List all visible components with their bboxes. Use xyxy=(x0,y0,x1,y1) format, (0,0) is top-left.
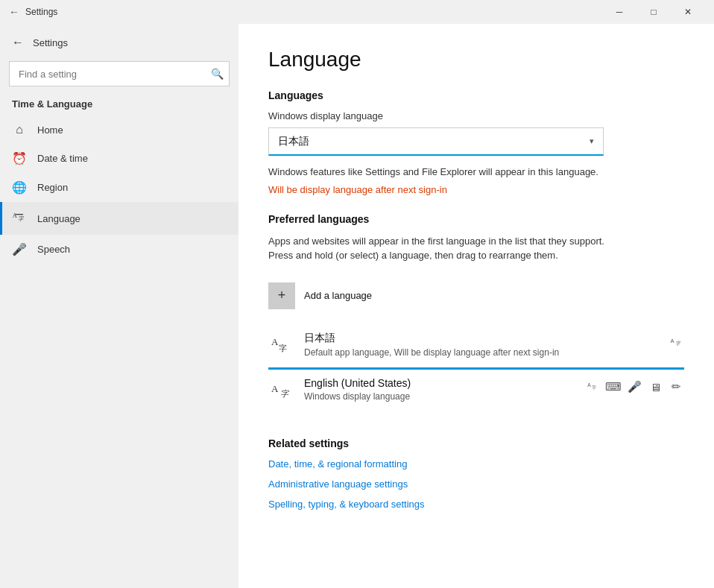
sidebar-back-label: Settings xyxy=(33,37,68,48)
preferred-section: Preferred languages Apps and websites wi… xyxy=(268,213,684,414)
app-title: Settings xyxy=(25,7,602,17)
display-language-dropdown[interactable]: 日本語 ▾ xyxy=(268,127,604,156)
main-content: Language Languages Windows display langu… xyxy=(238,24,714,588)
svg-text:字: 字 xyxy=(280,389,289,398)
add-language-label: Add a language xyxy=(304,290,372,301)
languages-section: Languages Windows display language 日本語 ▾… xyxy=(268,89,684,195)
maximize-button[interactable]: □ xyxy=(636,0,671,24)
svg-text:A: A xyxy=(587,382,591,388)
sidebar-item-home[interactable]: ⌂ Home xyxy=(0,116,238,144)
sidebar-item-home-label: Home xyxy=(37,124,63,136)
language-item-japanese[interactable]: A 字 日本語 Default app language, Will be di… xyxy=(268,324,684,370)
display-language-description: Windows features like Settings and File … xyxy=(268,165,604,180)
microphone-icon: 🎤 xyxy=(12,242,27,256)
svg-text:A: A xyxy=(13,212,17,219)
sidebar-item-language[interactable]: A 字 Language xyxy=(0,202,238,235)
english-font-icon[interactable]: A 字 xyxy=(584,380,601,394)
sidebar-item-datetime-label: Date & time xyxy=(37,153,88,164)
sidebar-item-region-label: Region xyxy=(37,182,68,193)
japanese-lang-icon: A 字 xyxy=(268,333,295,360)
clock-icon: ⏰ xyxy=(12,151,27,165)
english-lang-actions: A 字 ⌨ 🎤 🖥 ✏ xyxy=(584,380,684,394)
japanese-lang-name: 日本語 xyxy=(304,332,659,345)
related-link-admin-language[interactable]: Administrative language settings xyxy=(268,478,684,490)
language-icon: A 字 xyxy=(12,209,27,227)
search-input[interactable] xyxy=(9,61,230,86)
english-lang-info: English (United States) Windows display … xyxy=(304,377,575,403)
sidebar-item-speech-label: Speech xyxy=(37,244,70,255)
chevron-down-icon: ▾ xyxy=(590,136,594,146)
japanese-lang-desc: Default app language, Will be display la… xyxy=(304,347,659,359)
sidebar-back-button[interactable]: ← Settings xyxy=(0,30,238,55)
sidebar-item-speech[interactable]: 🎤 Speech xyxy=(0,235,238,264)
sidebar-item-region[interactable]: 🌐 Region xyxy=(0,173,238,202)
svg-text:字: 字 xyxy=(18,215,25,222)
back-icon[interactable]: ← xyxy=(9,6,19,18)
globe-icon: 🌐 xyxy=(12,180,27,195)
related-link-spelling[interactable]: Spelling, typing, & keyboard settings xyxy=(268,499,684,510)
svg-text:字: 字 xyxy=(675,340,681,345)
language-item-english[interactable]: A 字 English (United States) Windows disp… xyxy=(268,370,684,414)
english-lang-desc: Windows display language xyxy=(304,391,575,403)
svg-text:字: 字 xyxy=(279,344,287,353)
japanese-font-icon[interactable]: A 字 xyxy=(668,335,684,350)
japanese-lang-info: 日本語 Default app language, Will be displa… xyxy=(304,332,659,359)
english-lang-name: English (United States) xyxy=(304,377,575,389)
english-display-icon[interactable]: 🖥 xyxy=(647,381,663,393)
back-arrow-icon: ← xyxy=(12,36,24,49)
app-container: ← Settings 🔍 Time & Language ⌂ Home ⏰ Da… xyxy=(0,24,714,588)
preferred-section-title: Preferred languages xyxy=(268,213,684,225)
english-keyboard-icon[interactable]: ⌨ xyxy=(605,380,622,393)
japanese-lang-actions: A 字 xyxy=(668,335,684,350)
svg-text:字: 字 xyxy=(592,385,596,390)
sidebar-search-container: 🔍 xyxy=(9,61,230,86)
related-settings-title: Related settings xyxy=(268,437,684,449)
display-language-label: Windows display language xyxy=(268,110,684,121)
page-title: Language xyxy=(268,48,684,72)
sidebar-item-language-label: Language xyxy=(37,213,80,224)
add-language-button[interactable]: + Add a language xyxy=(268,276,684,315)
related-settings-section: Related settings Date, time, & regional … xyxy=(268,437,684,510)
home-icon: ⌂ xyxy=(12,123,27,136)
svg-text:A: A xyxy=(671,337,674,344)
sign-in-note: Will be display language after next sign… xyxy=(268,184,684,195)
english-speech-icon[interactable]: 🎤 xyxy=(626,380,642,393)
preferred-description: Apps and websites will appear in the fir… xyxy=(268,234,611,263)
selected-language-text: 日本語 xyxy=(278,135,309,148)
svg-text:A: A xyxy=(271,383,279,394)
minimize-button[interactable]: ─ xyxy=(602,0,636,24)
title-bar: ← Settings ─ □ ✕ xyxy=(0,0,714,24)
svg-text:A: A xyxy=(271,336,279,347)
search-button[interactable]: 🔍 xyxy=(211,68,224,80)
sidebar-item-datetime[interactable]: ⏰ Date & time xyxy=(0,144,238,173)
languages-section-title: Languages xyxy=(268,89,684,101)
close-button[interactable]: ✕ xyxy=(671,0,705,24)
related-link-datetime[interactable]: Date, time, & regional formatting xyxy=(268,458,684,470)
sidebar: ← Settings 🔍 Time & Language ⌂ Home ⏰ Da… xyxy=(0,24,238,588)
english-lang-icon: A 字 xyxy=(268,379,295,405)
english-handwriting-icon[interactable]: ✏ xyxy=(668,380,684,393)
sidebar-section-label: Time & Language xyxy=(0,95,238,116)
add-icon: + xyxy=(268,282,295,309)
window-controls: ─ □ ✕ xyxy=(602,0,705,24)
